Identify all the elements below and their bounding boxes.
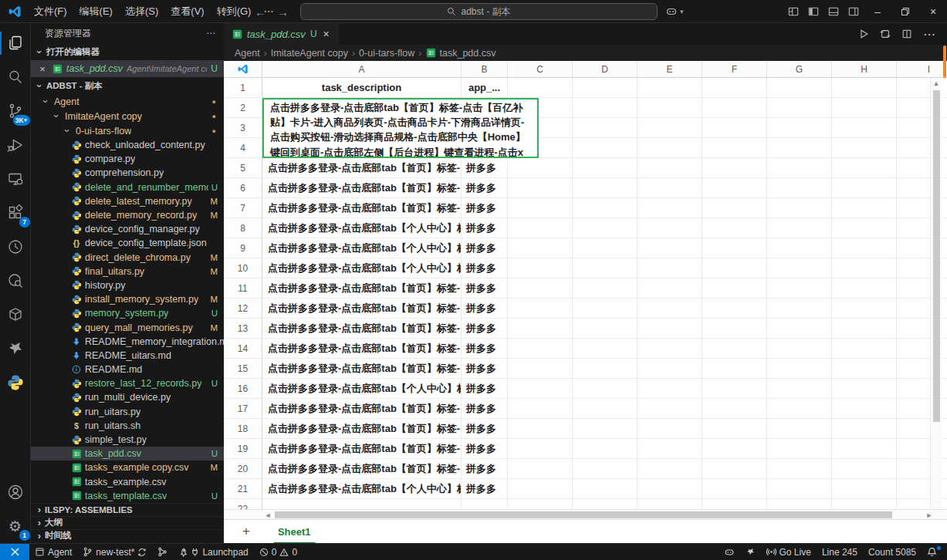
workspace-header[interactable]: › ADBST - 副本 — [31, 77, 224, 94]
line-indicator[interactable]: Line 245 — [817, 544, 863, 560]
app-name-cell[interactable]: 拼多多 — [462, 299, 508, 318]
app-name-cell[interactable]: 拼多多 — [462, 399, 508, 418]
customize-layout-icon[interactable] — [783, 0, 803, 23]
cell-b1[interactable]: app_... — [462, 78, 508, 97]
problems-item[interactable]: 0 0 — [254, 544, 303, 560]
tree-file[interactable]: delete_and_renumber_memories.pyU — [31, 180, 224, 194]
task-description-cell[interactable]: 点击拼多多登录-点击底部tab【首页】标签-点... — [262, 359, 462, 378]
notifications-item[interactable] — [922, 544, 942, 560]
count-indicator[interactable]: Count 5085 — [863, 544, 922, 560]
menu-item-0[interactable]: 文件(F) — [28, 2, 73, 22]
tree-file[interactable]: delete_latest_memory.pyM — [31, 194, 224, 208]
tree-file[interactable]: tasks_example copy.csvM — [31, 460, 224, 474]
hscroll-thumb[interactable] — [275, 511, 892, 518]
column-header-A[interactable]: A — [262, 61, 462, 77]
tree-file[interactable]: README_uitars.md — [31, 349, 224, 363]
tree-file[interactable]: direct_delete_chroma.pyM — [31, 251, 224, 265]
tree-file[interactable]: memory_system.pyU — [31, 306, 224, 320]
menu-item-2[interactable]: 选择(S) — [119, 2, 164, 22]
tree-file[interactable]: {}device_config_template.json — [31, 236, 224, 250]
breadcrumb-item-3[interactable]: task_pdd.csv — [426, 48, 496, 59]
tree-file[interactable]: README.md — [31, 363, 224, 376]
app-name-cell[interactable]: 拼多多 — [462, 439, 508, 458]
tree-file[interactable]: delete_memory_record.pyM — [31, 208, 224, 222]
task-description-cell[interactable]: 点击拼多多登录-点击底部tab【首页】标签-点... — [262, 339, 462, 358]
python-icon[interactable] — [0, 366, 31, 400]
task-description-cell[interactable]: 点击拼多多登录-点击底部tab【首页】标签-点... — [262, 459, 462, 478]
app-name-cell[interactable]: 拼多多 — [462, 238, 508, 258]
sidebar-section-2[interactable]: ›时间线 — [31, 529, 224, 542]
tree-folder-1[interactable]: ›ImitateAgent copy● — [31, 109, 224, 123]
roo-status-item[interactable] — [740, 544, 761, 560]
command-center-search[interactable]: adbst - 副本 — [300, 3, 658, 20]
restore-button[interactable] — [891, 0, 919, 23]
task-description-cell[interactable]: 点击拼多多登录-点击底部tab【首页】标签-点... — [262, 399, 462, 418]
app-name-cell[interactable]: 拼多多 — [462, 459, 508, 478]
app-name-cell[interactable]: 拼多多 — [462, 178, 508, 197]
column-header-F[interactable]: F — [702, 61, 767, 77]
gitlens-inspect-icon[interactable] — [0, 264, 31, 298]
task-description-cell[interactable]: 点击拼多多登录-点击底部tab【个人中心】标... — [262, 218, 462, 238]
tree-file[interactable]: query_mall_memories.pyM — [31, 320, 224, 334]
task-description-cell[interactable]: 点击拼多多登录-点击底部tab【首页】标签-点... — [262, 158, 462, 177]
extensions-icon[interactable]: 7 — [0, 196, 31, 230]
task-description-cell[interactable]: 点击拼多多登录-点击底部tab【个人中心】标... — [262, 379, 462, 398]
more-actions-icon[interactable]: ⋯ — [923, 27, 936, 42]
split-editor-icon[interactable] — [901, 29, 912, 39]
toggle-sidebar-icon[interactable] — [803, 0, 824, 23]
copilot-menu[interactable]: ▾ — [665, 0, 684, 23]
explorer-icon[interactable] — [0, 26, 31, 60]
run-file-icon[interactable] — [858, 29, 869, 39]
reopen-editor-icon[interactable] — [880, 29, 891, 39]
horizontal-scrollbar[interactable]: ◄ ► — [224, 509, 947, 519]
add-sheet-button[interactable]: + — [242, 524, 250, 539]
close-editor-icon[interactable]: × — [37, 63, 48, 75]
breadcrumb-item-0[interactable]: Agent — [235, 48, 260, 59]
account-icon[interactable] — [0, 475, 31, 509]
copilot-status-item[interactable] — [719, 544, 740, 560]
breadcrumb-item-1[interactable]: ImitateAgent copy — [271, 48, 348, 59]
close-window-button[interactable]: × — [919, 0, 947, 23]
tree-file[interactable]: comprehension.py — [31, 166, 224, 180]
roo-code-icon[interactable] — [0, 332, 31, 366]
task-description-cell[interactable]: 点击拼多多登录-点击底部tab【首页】标签-点... — [262, 278, 462, 298]
open-editors-header[interactable]: › 打开的编辑器 — [31, 43, 224, 60]
forward-arrow-icon[interactable]: → — [277, 5, 289, 19]
tree-file[interactable]: final_uitars.pyM — [31, 265, 224, 278]
app-name-cell[interactable]: 拼多多 — [462, 218, 508, 238]
source-control-icon[interactable]: 3K+ — [0, 94, 31, 128]
menu-item-3[interactable]: 查看(V) — [164, 2, 210, 22]
task-description-cell[interactable]: 点击拼多多登录-点击底部tab【首页】标签-点... — [262, 299, 462, 318]
search-view-icon[interactable] — [0, 60, 31, 94]
task-description-cell[interactable]: 点击拼多多登录-点击底部tab【首页】标签-点... — [262, 419, 462, 438]
close-tab-icon[interactable]: × — [323, 28, 330, 40]
settings-gear-icon[interactable]: ⚙1 — [0, 509, 31, 543]
tree-file[interactable]: run_multi_device.py — [31, 390, 224, 404]
tree-file[interactable]: simple_test.py — [31, 433, 224, 447]
tree-file[interactable]: restore_last_12_records.pyU — [31, 376, 224, 390]
tree-file[interactable]: README_memory_integration.md — [31, 335, 224, 349]
column-header-E[interactable]: E — [638, 61, 702, 77]
tree-file[interactable]: task_pdd.csvU — [31, 447, 224, 460]
sheet-tab-sheet1[interactable]: Sheet1 — [276, 525, 313, 539]
app-name-cell[interactable]: 拼多多 — [462, 319, 508, 338]
task-description-cell[interactable]: 点击拼多多登录-点击底部tab【首页】标签-点... — [262, 198, 462, 218]
minimize-button[interactable]: – — [864, 0, 891, 23]
tree-file[interactable]: history.py — [31, 278, 224, 292]
tree-folder-2[interactable]: ›0-ui-tars-flow● — [31, 123, 224, 138]
tree-file[interactable]: $run_uitars.sh — [31, 419, 224, 433]
more-actions-icon[interactable]: ⋯ — [206, 28, 216, 39]
task-description-cell[interactable]: 点击拼多多登录-点击底部tab【首页】标签-点... — [262, 439, 462, 458]
cell-a1[interactable]: task_description — [262, 78, 462, 97]
webview-scrollbar-thumb[interactable] — [943, 46, 946, 78]
tree-file[interactable]: check_unloaded_content.py — [31, 138, 224, 152]
toggle-panel-icon[interactable] — [824, 0, 844, 23]
git-graph-item[interactable] — [152, 544, 173, 560]
app-name-cell[interactable]: 拼多多 — [462, 278, 508, 298]
menu-item-4[interactable]: 转到(G) — [211, 2, 258, 22]
app-name-cell[interactable]: 拼多多 — [462, 339, 508, 358]
toggle-secondary-sidebar-icon[interactable] — [844, 0, 864, 23]
task-description-cell[interactable]: 点击拼多多登录-点击底部tab【首页】标签-点... — [262, 178, 462, 197]
vertical-scrollbar[interactable]: ▲ — [930, 78, 942, 508]
column-header-D[interactable]: D — [573, 61, 638, 77]
